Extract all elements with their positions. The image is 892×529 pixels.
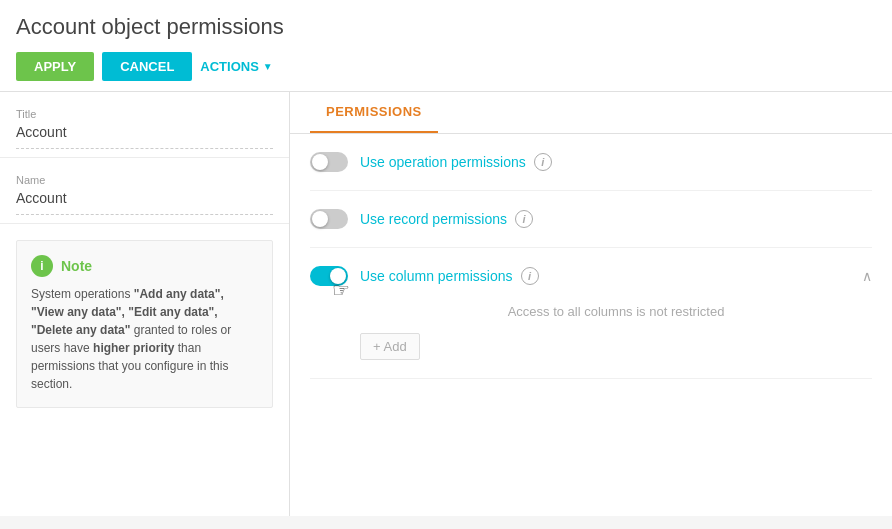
permission-row-record: Use record permissions i — [310, 191, 872, 248]
column-info-icon[interactable]: i — [521, 267, 539, 285]
toggle-operation[interactable] — [310, 152, 348, 172]
operation-info-icon[interactable]: i — [534, 153, 552, 171]
name-value: Account — [16, 190, 273, 215]
no-restriction-text: Access to all columns is not restricted — [360, 294, 872, 333]
permission-row-column: ☞ Use column permissions i ∧ Access to a… — [310, 248, 872, 379]
page-title: Account object permissions — [16, 14, 876, 40]
right-panel: PERMISSIONS Use operation permissions i … — [290, 92, 892, 516]
title-field-group: Title Account — [0, 92, 289, 158]
record-permission-label: Use record permissions — [360, 211, 507, 227]
title-value: Account — [16, 124, 273, 149]
name-field-group: Name Account — [0, 158, 289, 224]
column-expanded-content: Access to all columns is not restricted … — [310, 286, 872, 360]
toolbar: APPLY CANCEL ACTIONS ▼ — [16, 52, 876, 81]
title-label: Title — [16, 108, 273, 120]
column-permission-label: Use column permissions — [360, 268, 513, 284]
note-box: i Note System operations "Add any data",… — [16, 240, 273, 408]
permissions-list: Use operation permissions i Use record p… — [290, 134, 892, 379]
permission-row-operation: Use operation permissions i — [310, 134, 872, 191]
tab-permissions[interactable]: PERMISSIONS — [310, 92, 438, 133]
operation-permission-label: Use operation permissions — [360, 154, 526, 170]
content-area: Title Account Name Account i Note System… — [0, 92, 892, 516]
page-header: Account object permissions APPLY CANCEL … — [0, 0, 892, 92]
actions-button[interactable]: ACTIONS ▼ — [200, 59, 272, 74]
tabs-bar: PERMISSIONS — [290, 92, 892, 134]
name-label: Name — [16, 174, 273, 186]
collapse-icon[interactable]: ∧ — [862, 268, 872, 284]
note-title: Note — [61, 258, 92, 274]
cancel-button[interactable]: CANCEL — [102, 52, 192, 81]
left-panel: Title Account Name Account i Note System… — [0, 92, 290, 516]
apply-button[interactable]: APPLY — [16, 52, 94, 81]
note-text: System operations "Add any data", "View … — [31, 285, 258, 393]
toggle-column[interactable]: ☞ — [310, 266, 348, 286]
note-icon: i — [31, 255, 53, 277]
chevron-down-icon: ▼ — [263, 61, 273, 72]
note-header: i Note — [31, 255, 258, 277]
add-column-button[interactable]: + Add — [360, 333, 420, 360]
record-info-icon[interactable]: i — [515, 210, 533, 228]
toggle-record[interactable] — [310, 209, 348, 229]
